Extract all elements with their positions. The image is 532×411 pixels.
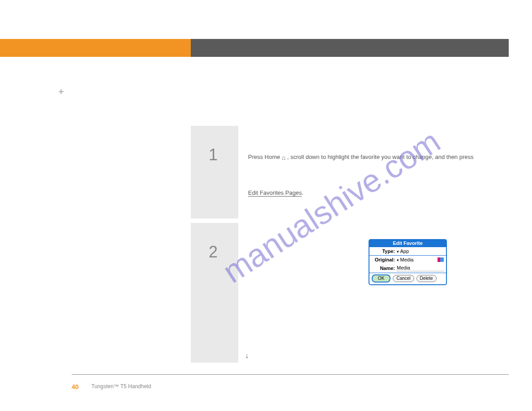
step-2-number: 2 xyxy=(209,243,218,261)
step-1-period: . xyxy=(302,189,304,196)
done-icon: ↓ xyxy=(245,352,249,360)
app-icon xyxy=(438,257,444,262)
footer-product-name: Tungsten™ T5 Handheld xyxy=(91,383,151,390)
step-1-container: 1 Press Home ⌂ , scroll down to highligh… xyxy=(191,126,508,218)
home-icon: ⌂ xyxy=(282,154,285,161)
cancel-button[interactable]: Cancel xyxy=(393,275,414,282)
page-number: 40 xyxy=(72,383,79,390)
original-label: Original: xyxy=(372,257,395,262)
edit-favorites-underlined[interactable]: Edit Favorites Pages xyxy=(248,189,302,197)
step-1-number-column: 1 xyxy=(191,126,238,218)
edit-favorite-dialog: Edit Favorite Type: App Original: Media … xyxy=(369,239,447,285)
dialog-type-row: Type: App xyxy=(369,247,446,255)
step-1-text-b: , scroll down to highlight the favorite … xyxy=(287,154,473,160)
dialog-name-row: Name: Media xyxy=(369,264,446,273)
dialog-button-row: OK Cancel Delete xyxy=(369,273,446,284)
step-2-number-column: 2 xyxy=(191,223,238,363)
step-1-content: Press Home ⌂ , scroll down to highlight … xyxy=(238,126,508,218)
type-label: Type: xyxy=(372,248,395,254)
dialog-original-row: Original: Media xyxy=(369,255,446,264)
done-row: ↓ xyxy=(245,351,249,360)
original-dropdown[interactable]: Media xyxy=(397,257,413,262)
footer-divider xyxy=(72,374,509,375)
step-1-text: Press Home ⌂ , scroll down to highlight … xyxy=(248,153,494,162)
step-1-number: 1 xyxy=(209,146,218,164)
ok-button[interactable]: OK xyxy=(372,274,390,283)
step-1-text-a: Press Home xyxy=(248,154,282,160)
name-label: Name: xyxy=(372,265,395,271)
name-field[interactable]: Media xyxy=(397,265,444,271)
dialog-title: Edit Favorite xyxy=(369,240,446,247)
plus-icon: + xyxy=(58,86,64,98)
type-dropdown[interactable]: App xyxy=(397,248,409,254)
step-2-container: 2 ↓ xyxy=(191,223,508,363)
chapter-header-bar xyxy=(0,39,509,57)
step-1-menu-item: Edit Favorites Pages. xyxy=(248,188,304,197)
chapter-header-left xyxy=(0,39,191,57)
delete-button[interactable]: Delete xyxy=(416,275,437,282)
chapter-header-right xyxy=(191,39,509,57)
